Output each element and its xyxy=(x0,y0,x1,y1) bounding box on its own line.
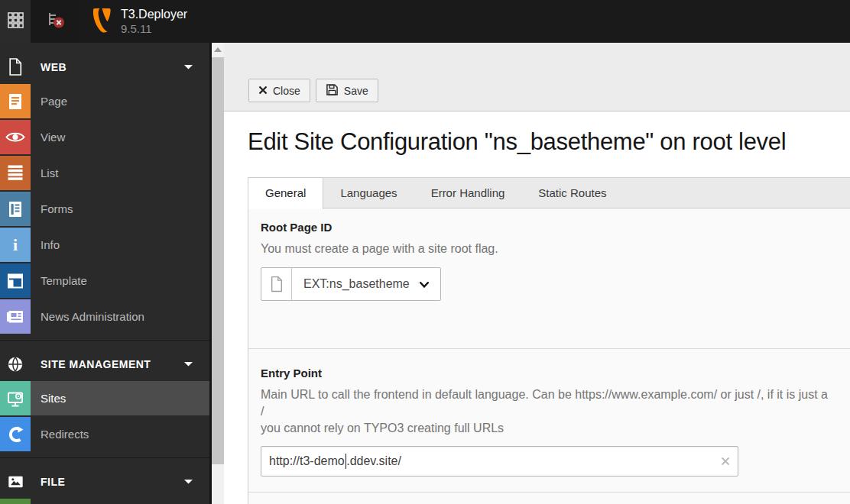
entry-point-label: Entry Point xyxy=(261,367,847,380)
docheader: Close Save xyxy=(224,43,850,111)
scrollbar-thumb[interactable] xyxy=(212,57,224,464)
sidebar-item-label: View xyxy=(31,120,209,154)
app-version: 9.5.11 xyxy=(121,22,187,35)
entry-point-value-after-caret: .ddev.site/ xyxy=(346,454,401,468)
root-page-id-section: Root Page ID You must create a page with… xyxy=(248,208,850,348)
entry-point-description-line1: Main URL to call the frontend in default… xyxy=(261,386,834,420)
scroll-up-icon xyxy=(214,47,222,53)
entry-point-input[interactable]: http://t3-demo .ddev.site/ xyxy=(261,446,738,477)
save-button-label: Save xyxy=(344,85,368,97)
root-page-id-label: Root Page ID xyxy=(261,221,847,234)
sidebar-item-label: Sites xyxy=(31,381,209,415)
sidebar-scrollbar[interactable] xyxy=(212,43,224,504)
sidebar-item-sites[interactable]: Sites xyxy=(0,381,209,415)
content-area: Close Save Edit Site Configuration "ns_b… xyxy=(224,43,850,504)
sidebar-section-divider xyxy=(0,340,209,341)
entry-point-section: Entry Point Main URL to call the fronten… xyxy=(248,349,850,492)
app-brand[interactable]: T3.Deployer 9.5.11 xyxy=(79,0,187,43)
sidebar-item-label xyxy=(31,499,209,504)
sidebar-section-label: SITE MANAGEMENT xyxy=(31,358,184,370)
clear-input-icon[interactable] xyxy=(721,457,730,466)
module-menu: WEB Page View List Forms i xyxy=(0,43,209,504)
close-icon xyxy=(258,85,268,97)
list-module-icon xyxy=(0,156,31,190)
sidebar-item-view[interactable]: View xyxy=(0,120,209,154)
topbar: T3.Deployer 9.5.11 xyxy=(0,0,850,43)
sidebar-section-web[interactable]: WEB xyxy=(0,50,209,84)
save-floppy-icon xyxy=(326,83,339,99)
modules-menu-button[interactable] xyxy=(0,0,31,43)
grid-icon xyxy=(7,11,24,32)
sidebar-section-divider xyxy=(0,457,209,458)
sidebar-item-template[interactable]: Template xyxy=(0,263,209,298)
svg-text:i: i xyxy=(13,236,18,254)
view-module-icon xyxy=(0,120,31,154)
sidebar-item-info[interactable]: i Info xyxy=(0,228,209,262)
typo3-logo-icon xyxy=(87,8,113,36)
sites-module-icon xyxy=(0,381,31,415)
sidebar-section-label: FILE xyxy=(31,476,184,488)
sidebar-item-list[interactable]: List xyxy=(0,156,209,190)
sidebar-item-label: Forms xyxy=(31,192,209,226)
page-record-icon xyxy=(261,268,292,300)
globe-icon xyxy=(0,356,31,373)
sidebar-item-page[interactable]: Page xyxy=(0,84,209,118)
next-section-partial xyxy=(248,493,850,504)
close-button[interactable]: Close xyxy=(248,79,310,102)
select-chevron-icon xyxy=(420,277,429,291)
sidebar-item-redirects[interactable]: Redirects xyxy=(0,417,209,451)
image-icon xyxy=(0,473,31,490)
tab-panel-general: Root Page ID You must create a page with… xyxy=(248,208,850,504)
template-module-icon xyxy=(0,263,31,298)
sidebar-section-file[interactable]: FILE xyxy=(0,464,209,499)
sidebar-item-label: Template xyxy=(31,263,209,298)
root-page-id-description: You must create a page with a site root … xyxy=(261,241,834,257)
pagetree-close-button[interactable] xyxy=(31,0,79,43)
module-body: Edit Site Configuration "ns_basetheme" o… xyxy=(224,128,850,504)
sidebar-item-label: Page xyxy=(31,84,209,118)
sidebar-item-label: Redirects xyxy=(31,417,209,451)
save-button[interactable]: Save xyxy=(316,79,378,102)
sidebar-item-news-administration[interactable]: News Administration xyxy=(0,299,209,334)
close-button-label: Close xyxy=(273,85,300,97)
sidebar-item-forms[interactable]: Forms xyxy=(0,192,209,226)
entry-point-description-line2: you cannot rely on TYPO3 creating full U… xyxy=(261,420,834,437)
sidebar-section-site-management[interactable]: SITE MANAGEMENT xyxy=(0,347,209,381)
page-title: Edit Site Configuration "ns_basetheme" o… xyxy=(248,128,850,156)
tab-general[interactable]: General xyxy=(248,177,323,209)
news-module-icon xyxy=(0,299,31,334)
tab-languages[interactable]: Languages xyxy=(323,178,414,208)
web-section-icon xyxy=(0,57,31,76)
forms-module-icon xyxy=(0,192,31,226)
chevron-down-icon xyxy=(184,65,193,69)
sidebar-item-label: Info xyxy=(31,228,209,262)
sidebar-item-label: News Administration xyxy=(31,299,209,334)
scrollbar-up-button[interactable] xyxy=(212,43,224,57)
chevron-down-icon xyxy=(184,362,193,367)
chevron-down-icon xyxy=(184,480,193,484)
root-page-select-group: EXT:ns_basetheme xyxy=(261,267,441,301)
filelist-module-icon xyxy=(0,499,31,504)
sidebar-section-label: WEB xyxy=(31,61,184,73)
sidebar-item-label: List xyxy=(31,156,209,190)
entry-point-value-before-caret: http://t3-demo xyxy=(269,454,345,468)
app-title: T3.Deployer xyxy=(121,8,187,21)
sidebar-item-filelist-partial[interactable] xyxy=(0,499,209,504)
info-module-icon: i xyxy=(0,228,31,262)
redirects-module-icon xyxy=(0,417,31,451)
tab-static-routes[interactable]: Static Routes xyxy=(521,178,623,208)
form-tabs: General Languages Error Handling Static … xyxy=(248,177,850,208)
pagetree-close-icon xyxy=(46,11,65,32)
page-module-icon xyxy=(0,84,31,118)
entry-point-description: Main URL to call the frontend in default… xyxy=(261,386,834,437)
tab-error-handling[interactable]: Error Handling xyxy=(414,178,522,208)
root-page-select[interactable]: EXT:ns_basetheme xyxy=(292,268,440,300)
root-page-select-value: EXT:ns_basetheme xyxy=(303,277,410,291)
